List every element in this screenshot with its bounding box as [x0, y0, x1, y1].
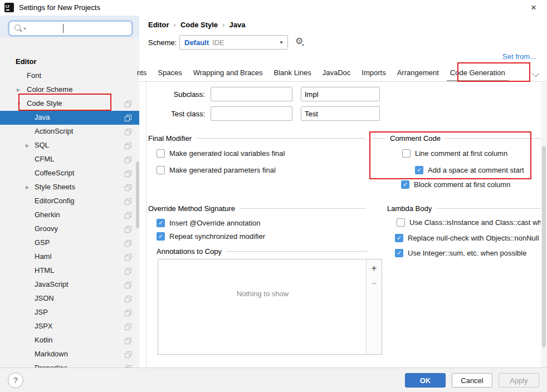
breadcrumb: Editor › Code Style › Java [148, 21, 245, 29]
checkbox-make-local-variables-final[interactable]: Make generated local variables final [157, 149, 285, 158]
empty-list-text: Nothing to show [158, 290, 367, 298]
breadcrumb-separator: › [222, 21, 224, 29]
sidebar-item-java[interactable]: Java [0, 111, 139, 125]
test-suffix-input[interactable] [301, 106, 380, 121]
checkbox-unchecked[interactable] [157, 149, 165, 158]
sidebar-item-coffeescript[interactable]: CoffeeScript [0, 166, 139, 180]
tab-tabs-and-indents[interactable]: nts [137, 67, 146, 82]
tab-javadoc[interactable]: JavaDoc [323, 67, 351, 82]
sidebar-item-markdown[interactable]: Markdown [0, 347, 139, 361]
copy-scheme-icon [125, 129, 131, 135]
checkbox-block-comment-first-column[interactable]: ✓ Block comment at first column [401, 180, 510, 189]
ok-button[interactable]: OK [405, 373, 446, 388]
cancel-button[interactable]: Cancel [452, 373, 492, 388]
sidebar-item-color-scheme[interactable]: ▶Color Scheme [0, 83, 139, 97]
checkbox-insert-override-annotation[interactable]: ✓ Insert @Override annotation [157, 219, 261, 227]
sidebar-scrollbar[interactable] [136, 161, 139, 228]
chevron-right-icon[interactable]: ▶ [26, 185, 29, 190]
checkbox-checked[interactable]: ✓ [395, 234, 403, 242]
sidebar-item-editorconfig[interactable]: EditorConfig [0, 194, 139, 208]
intellij-logo-icon: IJ [4, 3, 14, 12]
sidebar-item-kotlin[interactable]: Kotlin [0, 334, 139, 347]
search-strip: ▼ [0, 16, 139, 38]
help-button[interactable]: ? [8, 373, 23, 388]
search-dropdown-icon[interactable]: ▼ [23, 27, 27, 31]
sidebar-item-font[interactable]: Font [0, 69, 139, 83]
sidebar-item-haml[interactable]: Haml [0, 250, 139, 264]
search-input[interactable]: ▼ [9, 21, 132, 36]
checkbox-make-parameters-final[interactable]: Make generated parameters final [157, 166, 276, 174]
chevron-right-icon[interactable]: ▶ [17, 87, 20, 92]
checkbox-checked[interactable]: ✓ [395, 249, 403, 257]
window-title: Settings for New Projects [19, 3, 100, 12]
checkbox-use-class-isinstance[interactable]: Use Class::isInstance and Class::cast wh… [397, 218, 547, 227]
checkbox-repeat-synchronized[interactable]: ✓ Repeat synchronized modifier [157, 232, 265, 241]
copy-scheme-icon [125, 296, 131, 302]
scheme-dropdown[interactable]: Default IDE ▼ [179, 35, 288, 50]
tab-arrangement[interactable]: Arrangement [397, 67, 439, 82]
panel-border [146, 82, 146, 367]
add-icon[interactable]: + [367, 263, 382, 274]
sidebar-item-properties[interactable]: Properties [0, 361, 139, 367]
checkbox-unchecked[interactable] [397, 218, 405, 227]
copy-scheme-icon [125, 268, 131, 275]
sidebar-item-javascript[interactable]: JavaScript [0, 278, 139, 292]
copy-scheme-icon [125, 324, 131, 330]
gear-dropdown-icon: ▼ [301, 43, 305, 47]
checkbox-add-space-comment-start[interactable]: ✓ Add a space at comment start [415, 166, 524, 174]
breadcrumb-code-style[interactable]: Code Style [180, 21, 218, 29]
annotations-list[interactable]: Nothing to show + − [158, 259, 382, 355]
checkbox-line-comment-first-column[interactable]: Line comment at first column [402, 149, 507, 158]
copy-scheme-icon [125, 226, 131, 233]
code-style-tabbar: nts Spaces Wrapping and Braces Blank Lin… [137, 67, 530, 82]
tab-overflow-chevron-icon[interactable] [532, 70, 539, 77]
settings-tree: Editor Font ▶Color Scheme ▼Code Style Ja… [0, 40, 139, 367]
checkbox-checked[interactable]: ✓ [401, 180, 409, 189]
sidebar-item-actionscript[interactable]: ActionScript [0, 125, 139, 139]
checkbox-unchecked[interactable] [157, 166, 165, 174]
sidebar-item-sql[interactable]: ▶SQL [0, 139, 139, 153]
checkbox-checked[interactable]: ✓ [157, 219, 165, 227]
set-from-link[interactable]: Set from... [502, 52, 536, 61]
content-scrollbar[interactable] [542, 146, 546, 347]
subclass-suffix-input[interactable] [301, 87, 380, 101]
sidebar-item-code-style[interactable]: ▼Code Style [0, 97, 139, 111]
checkbox-unchecked[interactable] [402, 149, 411, 158]
dropdown-arrow-icon: ▼ [279, 40, 284, 45]
test-class-input[interactable] [211, 106, 292, 121]
checkbox-checked[interactable]: ✓ [415, 166, 423, 174]
scheme-value-suffix: IDE [212, 38, 224, 47]
check-icon: ✓ [158, 220, 163, 226]
remove-icon[interactable]: − [367, 278, 382, 290]
close-icon[interactable]: × [527, 1, 540, 14]
tab-blank-lines[interactable]: Blank Lines [274, 67, 311, 82]
sidebar-item-gherkin[interactable]: Gherkin [0, 208, 139, 222]
tab-wrapping-and-braces[interactable]: Wrapping and Braces [193, 67, 263, 82]
sidebar-item-groovy[interactable]: Groovy [0, 222, 139, 236]
copy-scheme-icon [125, 310, 131, 316]
sidebar-item-html[interactable]: HTML [0, 264, 139, 278]
sidebar-item-jsp[interactable]: JSP [0, 306, 139, 320]
checkbox-checked[interactable]: ✓ [157, 232, 165, 241]
sidebar-item-editor[interactable]: Editor [0, 55, 139, 69]
footer-bar: ? OK Cancel Apply [0, 367, 547, 392]
apply-button: Apply [499, 373, 539, 388]
sidebar-item-json[interactable]: JSON [0, 292, 139, 306]
sidebar-item-gsp[interactable]: GSP [0, 236, 139, 250]
checkbox-use-integer-sum[interactable]: ✓ Use Integer::sum, etc. when possible [395, 249, 526, 257]
breadcrumb-editor[interactable]: Editor [148, 21, 169, 29]
title-bar: IJ Settings for New Projects × [0, 0, 547, 16]
annotations-toolbar: + − [366, 259, 382, 354]
subclass-input[interactable] [211, 87, 292, 101]
tab-imports[interactable]: Imports [362, 67, 385, 82]
sidebar-item-cfml[interactable]: CFML [0, 153, 139, 166]
tab-code-generation[interactable]: Code Generation [447, 67, 509, 82]
comment-code-section-title: Comment Code [372, 134, 547, 143]
tab-spaces[interactable]: Spaces [158, 67, 182, 82]
checkbox-replace-null-check[interactable]: ✓ Replace null-check with Objects::nonNu… [395, 234, 545, 242]
sidebar-item-style-sheets[interactable]: ▶Style Sheets [0, 180, 139, 194]
sidebar-item-jspx[interactable]: JSPX [0, 320, 139, 334]
chevron-down-icon[interactable]: ▼ [17, 101, 21, 106]
chevron-right-icon[interactable]: ▶ [26, 143, 29, 148]
copy-scheme-icon [125, 337, 131, 344]
